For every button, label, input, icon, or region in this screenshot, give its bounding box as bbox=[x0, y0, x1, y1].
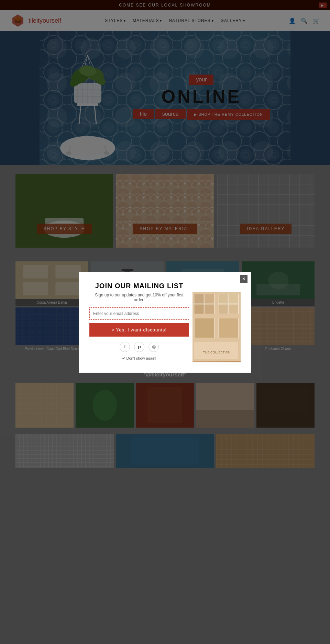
modal-tile-image: TILE COLLECTION bbox=[192, 292, 241, 362]
svg-rect-102 bbox=[205, 294, 214, 304]
modal-close-button[interactable]: ✕ bbox=[240, 275, 248, 283]
modal-overlay: ✕ JOIN OUR MAILING LIST Sign up to our u… bbox=[0, 0, 330, 471]
svg-rect-111 bbox=[218, 318, 238, 338]
modal-title: JOIN OUR MAILING LIST bbox=[89, 282, 189, 290]
facebook-icon[interactable]: f bbox=[120, 342, 130, 352]
discount-btn-text: > Yes, I want discounts! bbox=[112, 327, 167, 332]
tile-image-svg: TILE COLLECTION bbox=[192, 292, 241, 361]
svg-rect-101 bbox=[194, 294, 204, 304]
pinterest-icon[interactable]: 𝗽 bbox=[134, 342, 144, 352]
svg-rect-104 bbox=[205, 304, 214, 314]
svg-rect-106 bbox=[218, 294, 228, 304]
modal-socials: f 𝗽 ◎ bbox=[89, 342, 189, 352]
modal-content: JOIN OUR MAILING LIST Sign up to our upd… bbox=[89, 282, 189, 362]
discount-button[interactable]: > Yes, I want discounts! bbox=[89, 323, 189, 337]
no-show-text: ✔ Don't show again! bbox=[122, 356, 156, 361]
email-input[interactable] bbox=[89, 307, 189, 320]
mailing-list-modal: ✕ JOIN OUR MAILING LIST Sign up to our u… bbox=[79, 272, 251, 373]
no-show-label[interactable]: ✔ Don't show again! bbox=[89, 356, 189, 361]
svg-rect-107 bbox=[229, 294, 238, 304]
svg-rect-108 bbox=[218, 304, 228, 314]
svg-rect-109 bbox=[229, 304, 238, 314]
svg-text:TILE COLLECTION: TILE COLLECTION bbox=[203, 351, 230, 354]
instagram-social-icon[interactable]: ◎ bbox=[148, 342, 159, 352]
modal-subtitle: Sign up to our updates and get 10% off y… bbox=[89, 293, 189, 302]
svg-rect-110 bbox=[194, 318, 214, 338]
svg-rect-103 bbox=[194, 304, 204, 314]
